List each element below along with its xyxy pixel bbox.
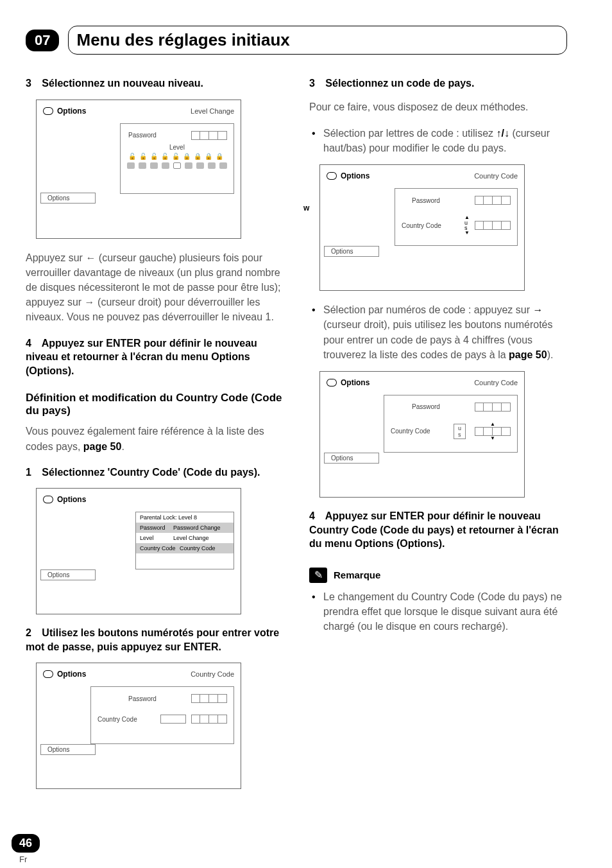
password-label: Password	[412, 403, 470, 410]
ui-title: Options	[57, 495, 86, 504]
step-number: 4	[309, 510, 315, 521]
ui-fig-enter-password: Options Country Code Password Country Co…	[36, 663, 241, 789]
step-number: 2	[26, 627, 31, 638]
disc-icon	[43, 670, 53, 678]
list-item: Sélection par numéros de code : appuyez …	[309, 302, 567, 362]
page-header: 07 Menu des réglages initiaux	[26, 26, 567, 55]
ui-sidebar-options: Options	[324, 453, 379, 464]
step-title-text: Sélectionnez 'Country Code' (Code du pay…	[42, 467, 260, 478]
password-label: Password	[412, 197, 470, 204]
content-columns: 3 Sélectionnez un nouveau niveau. Option…	[26, 70, 567, 801]
level-label: Level	[169, 144, 227, 151]
arrow-up-down-icon: ▲u s▼	[464, 215, 470, 236]
ui-fig-select-country-code: Options Parental Lock: Level 8 Password …	[36, 488, 241, 614]
disc-icon	[327, 379, 337, 386]
left-step-2: 2 Utilisez les boutons numérotés pour en…	[26, 626, 284, 654]
ui-sidebar-options: Options	[40, 193, 96, 204]
note-pencil-icon: ✎	[309, 568, 327, 583]
right-step-3: 3 Sélectionnez un code de pays.	[309, 76, 567, 91]
list-item: Le changement du Country Code (Code du p…	[309, 589, 567, 634]
page-number-badge: 46	[12, 834, 40, 853]
ui-fig-level-change: Options Level Change Password Level 🔓🔓🔓🔓…	[36, 100, 241, 239]
page-ref: page 50	[83, 441, 122, 452]
step-title-text: Sélectionnez un code de pays.	[325, 78, 474, 89]
disc-icon	[327, 172, 337, 180]
arrow-right-icon: →	[532, 304, 543, 315]
menu-row: Parental Lock: Level 8	[136, 512, 234, 523]
left-column: 3 Sélectionnez un nouveau niveau. Option…	[26, 70, 284, 801]
list-item: Sélection par lettres de code : utilisez…	[309, 126, 567, 155]
arrow-left-icon: ←	[85, 252, 96, 263]
ui-menu-name: Level Change	[191, 107, 234, 115]
ui-menu-name: Country Code	[191, 670, 234, 678]
ui-sidebar-options: Options	[324, 246, 379, 257]
level-dots	[127, 162, 227, 169]
arrow-right-icon: →	[85, 297, 95, 308]
password-boxes	[475, 196, 511, 205]
note-label: Remarque	[334, 569, 380, 580]
right-column: 3 Sélectionnez un code de pays. Pour ce …	[309, 70, 567, 801]
disc-icon	[43, 496, 53, 503]
section-number-badge: 07	[26, 30, 59, 51]
ui-menu-name: Country Code	[474, 379, 518, 386]
ui-fig-country-letters: w Options Country Code Password Country …	[319, 164, 525, 291]
ui-title: Options	[57, 670, 86, 679]
menu-row-selected: Country Code Country Code	[136, 543, 234, 553]
country-code-label: Country Code	[402, 222, 459, 229]
ui-title: Options	[341, 171, 370, 180]
subheading-description: Vous pouvez également faire référence à …	[26, 424, 284, 453]
method-list-2: Sélection par numéros de code : appuyez …	[309, 302, 567, 362]
left-step-1: 1 Sélectionnez 'Country Code' (Code du p…	[26, 465, 284, 480]
ui-title: Options	[341, 378, 370, 387]
ui-title: Options	[57, 107, 86, 116]
password-boxes	[191, 694, 227, 703]
lock-icons-row: 🔓🔓🔓🔓🔓🔒🔒🔒🔒	[127, 153, 227, 160]
disc-icon	[43, 107, 53, 115]
subheading-country-code: Définition et modification du Country Co…	[26, 392, 284, 417]
step-number: 4	[26, 338, 31, 349]
header-title: Menu des réglages initiaux	[76, 30, 289, 49]
header-title-container: Menu des réglages initiaux	[68, 26, 567, 55]
right-intro: Pour ce faire, vous disposez de deux mét…	[309, 100, 567, 114]
note-header: ✎ Remarque	[309, 568, 567, 583]
code-boxes	[191, 715, 227, 724]
ui-sidebar-options: Options	[40, 744, 96, 755]
step-number: 3	[309, 78, 315, 89]
step-title-text: Sélectionnez un nouveau niveau.	[42, 78, 203, 89]
step-number: 1	[26, 467, 31, 478]
country-code-label: Country Code	[98, 716, 155, 723]
step-title-text: Utilisez les boutons numérotés pour entr…	[26, 627, 279, 652]
menu-row: Password Password Change	[136, 523, 234, 533]
method-list: Sélection par lettres de code : utilisez…	[309, 126, 567, 155]
step-number: 3	[26, 78, 31, 89]
ui-menu-name: Country Code	[474, 172, 518, 180]
right-step-4: 4 Appuyez sur ENTER pour définir le nouv…	[309, 509, 567, 551]
password-boxes	[475, 403, 511, 412]
side-marker-w: w	[303, 204, 309, 213]
left-paragraph-1: Appuyez sur ← (curseur gauche) plusieurs…	[26, 250, 284, 325]
ui-fig-country-numbers: Options Country Code Password Country Co…	[319, 371, 525, 498]
ui-sidebar-options: Options	[40, 569, 96, 580]
password-label: Password	[128, 695, 186, 702]
left-step-4: 4 Appuyez sur ENTER pour définir le nouv…	[26, 336, 284, 378]
arrow-up-down-icon: ↑/↓	[496, 128, 509, 139]
password-label: Password	[128, 132, 186, 139]
page-ref: page 50	[509, 349, 547, 360]
code-letters: u s	[454, 424, 466, 439]
password-boxes	[191, 131, 227, 140]
page-language: Fr	[19, 855, 27, 864]
step-title-text: Appuyez sur ENTER pour définir le nouvea…	[26, 338, 257, 376]
code-boxes	[475, 221, 511, 230]
country-code-label: Country Code	[391, 428, 448, 435]
step-title-text: Appuyez sur ENTER pour définir le nouvea…	[309, 510, 559, 549]
note-list: Le changement du Country Code (Code du p…	[309, 589, 567, 634]
arrow-up-down-icon: ▲▼	[475, 422, 511, 441]
menu-row: Level Level Change	[136, 533, 234, 543]
left-step-3: 3 Sélectionnez un nouveau niveau.	[26, 76, 284, 91]
